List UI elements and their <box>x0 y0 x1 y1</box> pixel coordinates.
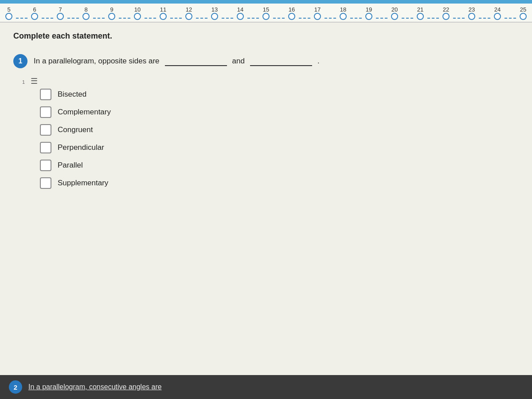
nav-dot-6 <box>31 13 38 20</box>
q1-text-middle: and <box>232 57 245 66</box>
option-row-supplementary: Supplementary <box>40 177 519 189</box>
nav-line-7 <box>67 18 79 19</box>
nav-question-14[interactable]: 14 <box>233 6 247 20</box>
nav-num-5: 5 <box>2 6 16 13</box>
nav-question-17[interactable]: 17 <box>310 6 325 20</box>
nav-question-18[interactable]: 18 <box>336 6 350 20</box>
question-1-block: 1 In a parallelogram, opposite sides are… <box>13 54 519 202</box>
nav-question-25[interactable]: 25 <box>516 6 530 20</box>
nav-dot-24 <box>494 13 501 20</box>
nav-num-14: 14 <box>233 6 247 13</box>
option-row-complementary: Complementary <box>40 106 519 118</box>
checkbox-perpendicular[interactable] <box>40 142 51 153</box>
question-2-preview[interactable]: 2 In a parallelogram, consecutive angles… <box>0 375 532 399</box>
option-label-perpendicular: Perpendicular <box>58 143 104 152</box>
nav-question-21[interactable]: 21 <box>413 6 427 20</box>
nav-line-12 <box>196 18 207 19</box>
nav-dot-19 <box>365 13 372 20</box>
q1-text-period: . <box>317 57 320 66</box>
nav-line-21 <box>427 18 439 19</box>
checkbox-parallel[interactable] <box>40 160 51 171</box>
q1-text-before: In a parallelogram, opposite sides are <box>34 57 160 66</box>
checkbox-bisected[interactable] <box>40 89 51 100</box>
nav-dot-23 <box>468 13 475 20</box>
nav-question-12[interactable]: 12 <box>182 6 196 20</box>
hamburger-icon[interactable]: ☰ <box>31 77 38 86</box>
nav-dot-8 <box>82 13 90 20</box>
nav-question-5[interactable]: 5 <box>2 6 16 20</box>
nav-question-24[interactable]: 24 <box>490 6 505 20</box>
nav-line-17 <box>325 18 336 19</box>
option-row-congruent: Congruent <box>40 124 519 136</box>
nav-dot-5 <box>5 13 12 20</box>
checkbox-congruent[interactable] <box>40 124 51 136</box>
option-row-bisected: Bisected <box>40 89 519 100</box>
nav-num-12: 12 <box>182 6 196 13</box>
nav-question-23[interactable]: 23 <box>465 6 479 20</box>
nav-question-19[interactable]: 19 <box>362 6 376 20</box>
nav-line-19 <box>376 18 387 19</box>
nav-question-7[interactable]: 7 <box>53 6 67 20</box>
nav-line-20 <box>402 18 413 19</box>
nav-line-13 <box>222 18 233 19</box>
nav-dot-15 <box>262 13 270 20</box>
nav-num-11: 11 <box>156 6 170 13</box>
nav-line-8 <box>93 18 105 19</box>
nav-line-5 <box>16 18 27 19</box>
checkbox-supplementary[interactable] <box>40 177 51 189</box>
nav-line-16 <box>299 18 310 19</box>
nav-num-8: 8 <box>79 6 93 13</box>
nav-question-22[interactable]: 22 <box>439 6 453 20</box>
nav-dot-20 <box>391 13 398 20</box>
nav-dot-14 <box>237 13 244 20</box>
nav-question-16[interactable]: 16 <box>285 6 299 20</box>
nav-line-22 <box>453 18 465 19</box>
nav-line-23 <box>479 18 490 19</box>
nav-dot-17 <box>314 13 321 20</box>
nav-num-18: 18 <box>336 6 350 13</box>
nav-num-24: 24 <box>490 6 505 13</box>
nav-num-23: 23 <box>465 6 479 13</box>
nav-question-13[interactable]: 13 <box>207 6 222 20</box>
nav-question-11[interactable]: 11 <box>156 6 170 20</box>
nav-num-6: 6 <box>27 6 42 13</box>
nav-question-9[interactable]: 9 <box>105 6 119 20</box>
option-row-parallel: Parallel <box>40 160 519 171</box>
q1-blank-1 <box>165 56 227 66</box>
nav-num-22: 22 <box>439 6 453 13</box>
option-row-perpendicular: Perpendicular <box>40 142 519 153</box>
question-nav-bar: 5678910111213141516171819202122232425 <box>0 4 532 23</box>
question-2-text: In a parallelogram, consecutive angles a… <box>28 383 162 391</box>
nav-question-6[interactable]: 6 <box>27 6 42 20</box>
nav-num-9: 9 <box>105 6 119 13</box>
nav-num-25: 25 <box>516 6 530 13</box>
checkbox-complementary[interactable] <box>40 106 51 118</box>
nav-dot-25 <box>520 13 527 20</box>
nav-line-24 <box>505 18 516 19</box>
nav-question-15[interactable]: 15 <box>259 6 273 20</box>
nav-num-21: 21 <box>413 6 427 13</box>
nav-num-17: 17 <box>310 6 325 13</box>
question-1-text: In a parallelogram, opposite sides are a… <box>34 56 320 66</box>
nav-num-7: 7 <box>53 6 67 13</box>
nav-dot-7 <box>57 13 64 20</box>
nav-dot-12 <box>185 13 192 20</box>
option-label-complementary: Complementary <box>58 108 111 117</box>
nav-question-8[interactable]: 8 <box>79 6 93 20</box>
nav-question-10[interactable]: 10 <box>130 6 145 20</box>
top-bar <box>0 0 532 4</box>
option-label-parallel: Parallel <box>58 161 83 170</box>
nav-line-6 <box>42 18 53 19</box>
nav-line-18 <box>350 18 362 19</box>
question-1-badge: 1 <box>13 54 27 68</box>
nav-line-15 <box>273 18 285 19</box>
nav-dot-18 <box>340 13 347 20</box>
nav-question-20[interactable]: 20 <box>387 6 402 20</box>
nav-num-15: 15 <box>259 6 273 13</box>
answer-options: BisectedComplementaryCongruentPerpendicu… <box>40 89 519 189</box>
q1-blank-2 <box>250 56 312 66</box>
instruction-text: Complete each statement. <box>13 31 519 41</box>
nav-line-10 <box>145 18 156 19</box>
nav-dot-21 <box>417 13 424 20</box>
nav-dot-16 <box>288 13 295 20</box>
